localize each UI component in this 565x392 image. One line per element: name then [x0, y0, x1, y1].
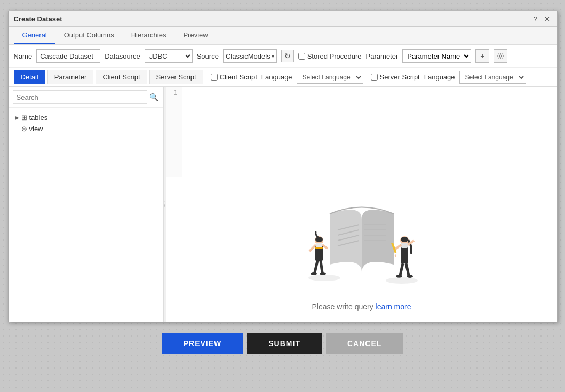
svg-point-10 [315, 237, 323, 242]
tree-item-view-label: view [29, 125, 43, 133]
client-language-select[interactable]: Select Language [297, 71, 363, 84]
code-area: 1 [166, 87, 557, 177]
server-script-label: Server Script [380, 73, 420, 81]
title-buttons: ? ✕ [531, 14, 552, 23]
parameter-select[interactable]: Parameter Name [402, 49, 471, 63]
name-input[interactable] [36, 49, 100, 63]
illustration-area: Please write query learn more [166, 177, 557, 322]
code-content[interactable] [182, 87, 557, 177]
source-select[interactable]: ClassicModels ▾ [223, 49, 277, 63]
server-language-select[interactable]: Select Language [459, 71, 526, 84]
stored-procedure-label: Stored Procedure [307, 52, 362, 60]
svg-point-16 [311, 272, 317, 275]
sub-tab-client-script[interactable]: Client Script [96, 70, 147, 84]
learn-more-link[interactable]: learn more [376, 302, 411, 311]
svg-rect-23 [401, 243, 408, 248]
name-label: Name [14, 52, 33, 60]
illustration-message: Please write query [312, 302, 376, 311]
svg-line-18 [309, 245, 316, 251]
form-row: Name Datasource JDBC Source ClassicModel… [9, 45, 557, 68]
settings-icon [497, 52, 504, 60]
sub-tab-server-script[interactable]: Server Script [149, 70, 203, 84]
help-button[interactable]: ? [531, 14, 540, 23]
parameter-label: Parameter [366, 52, 399, 60]
tree-area: ▶ ⊞ tables ▶ ⊜ view [9, 108, 163, 322]
settings-button[interactable] [494, 49, 507, 63]
svg-point-0 [499, 55, 502, 57]
tab-hierarchies[interactable]: Hierarchies [123, 27, 175, 44]
refresh-button[interactable]: ↻ [281, 50, 294, 62]
stored-procedure-checkbox[interactable] [298, 53, 305, 60]
tab-output-columns[interactable]: Output Columns [55, 27, 123, 44]
server-script-checkbox[interactable] [371, 74, 378, 81]
client-script-checkbox-label[interactable]: Client Script [211, 73, 257, 81]
line-number: 1 [166, 87, 182, 177]
search-box: 🔍 [9, 87, 163, 108]
search-input[interactable] [13, 90, 147, 104]
source-value: ClassicModels [226, 52, 270, 60]
sub-tab-detail[interactable]: Detail [14, 70, 45, 84]
submit-button[interactable]: SUBMIT [247, 333, 322, 354]
title-bar: Create Dataset ? ✕ [9, 11, 557, 27]
stored-procedure-checkbox-label[interactable]: Stored Procedure [298, 52, 362, 60]
client-language-label: Language [261, 73, 292, 81]
tree-item-view[interactable]: ▶ ⊜ view [13, 123, 158, 134]
source-dropdown-icon: ▾ [272, 53, 274, 59]
dialog-wrapper: Create Dataset ? ✕ General Output Column… [0, 0, 565, 392]
svg-marker-31 [394, 254, 397, 258]
server-script-checkbox-label[interactable]: Server Script [371, 73, 420, 81]
svg-line-14 [315, 261, 317, 273]
client-script-label: Client Script [220, 73, 257, 81]
close-button[interactable]: ✕ [543, 14, 552, 23]
sub-tabs-row: Detail Parameter Client Script Server Sc… [9, 68, 557, 87]
illustration-text: Please write query learn more [312, 302, 411, 311]
svg-line-19 [322, 245, 328, 249]
datasource-select[interactable]: JDBC [145, 49, 193, 63]
client-script-checkbox[interactable] [211, 74, 218, 81]
tab-general[interactable]: General [14, 27, 55, 44]
preview-button[interactable]: PREVIEW [162, 333, 243, 354]
table-icon: ⊞ [21, 114, 27, 122]
main-content: 🔍 ▶ ⊞ tables ▶ ⊜ view · · [9, 87, 557, 322]
tab-preview[interactable]: Preview [174, 27, 216, 44]
footer: PREVIEW SUBMIT CANCEL [152, 322, 414, 365]
client-script-section: Client Script Language Select Language [211, 71, 363, 84]
svg-line-15 [321, 261, 322, 273]
datasource-label: Datasource [105, 52, 140, 60]
dialog-title: Create Dataset [14, 15, 62, 23]
view-icon: ⊜ [21, 125, 27, 133]
cancel-button[interactable]: CANCEL [326, 333, 403, 354]
right-panel: 1 [166, 87, 557, 322]
left-panel: 🔍 ▶ ⊞ tables ▶ ⊜ view [9, 87, 163, 322]
server-script-section: Server Script Language Select Language [371, 71, 526, 84]
server-language-label: Language [424, 73, 455, 81]
illustration-svg [276, 187, 447, 294]
dialog: Create Dataset ? ✕ General Output Column… [8, 11, 558, 322]
svg-point-21 [401, 237, 408, 242]
search-icon: 🔍 [149, 93, 158, 101]
tree-item-label: tables [29, 114, 48, 122]
tree-item-tables[interactable]: ▶ ⊞ tables [13, 112, 158, 123]
svg-line-24 [400, 263, 403, 275]
svg-line-25 [406, 263, 409, 275]
add-button[interactable]: + [475, 49, 489, 63]
source-label: Source [197, 52, 219, 60]
tree-expand-icon: ▶ [15, 115, 19, 121]
main-tabs: General Output Columns Hierarchies Previ… [9, 27, 557, 45]
svg-point-27 [407, 275, 413, 278]
svg-point-33 [386, 277, 418, 284]
svg-rect-13 [315, 247, 323, 249]
svg-point-32 [308, 275, 340, 281]
sub-tab-parameter[interactable]: Parameter [47, 70, 94, 84]
